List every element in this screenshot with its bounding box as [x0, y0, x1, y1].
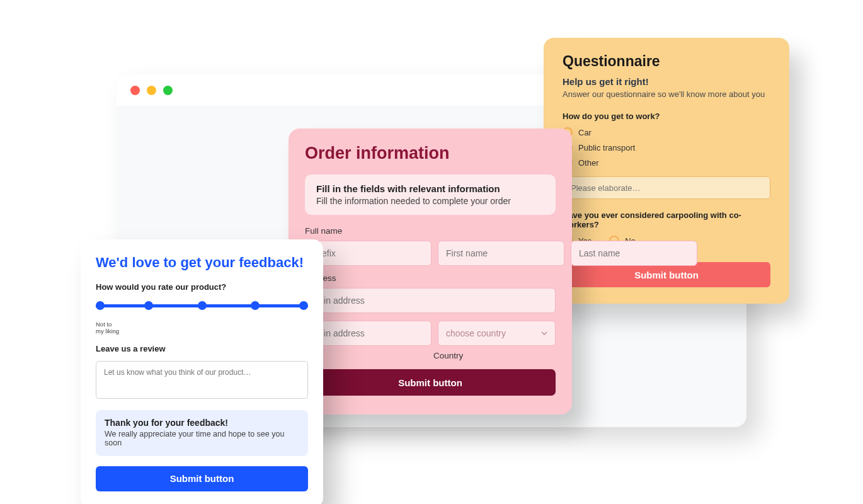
- slider-stop-icon: [144, 301, 153, 310]
- prefix-input[interactable]: [305, 241, 432, 266]
- order-card: Order information Fill in the fields wit…: [289, 129, 572, 415]
- address-label: Address: [305, 273, 556, 283]
- q2-label: Have you ever considered carpooling with…: [563, 210, 770, 229]
- q1-option-car-label: Car: [578, 128, 592, 137]
- lastname-input[interactable]: [571, 241, 697, 266]
- review-label: Leave us a review: [96, 344, 308, 353]
- questionnaire-title: Questionnaire: [563, 53, 770, 70]
- feedback-title: We'd love to get your feedback!: [96, 255, 308, 271]
- minimize-dot-icon[interactable]: [147, 86, 156, 95]
- slider-stop-icon: [299, 301, 308, 310]
- chevron-down-icon: [541, 330, 547, 336]
- q1-option-other-label: Other: [578, 158, 599, 168]
- review-textarea[interactable]: [96, 361, 308, 399]
- elaborate-input[interactable]: [563, 176, 770, 199]
- questionnaire-subtitle: Help us get it right!: [563, 76, 770, 87]
- fullname-label: Full name: [305, 226, 556, 236]
- thanks-title: Thank you for your feedback!: [105, 418, 299, 428]
- slider-min-label: Not to my liking: [96, 321, 308, 335]
- order-title: Order information: [305, 144, 556, 163]
- slider-stop-icon: [198, 301, 207, 310]
- feedback-submit-button[interactable]: Submit button: [96, 466, 308, 491]
- q1-option-public-label: Public transport: [578, 143, 635, 152]
- order-info-box: Fill in the fields with relevant informa…: [305, 175, 556, 215]
- rate-question: How would you rate our product?: [96, 282, 308, 292]
- questionnaire-submit-button[interactable]: Submit button: [563, 262, 770, 287]
- close-dot-icon[interactable]: [130, 86, 140, 95]
- order-box-sub: Fill the information needed to complete …: [316, 196, 544, 206]
- slider-stop-icon: [251, 301, 260, 310]
- city-input[interactable]: [305, 321, 432, 346]
- q1-option-car[interactable]: Car: [563, 127, 770, 137]
- city-sublabel: City: [305, 351, 427, 360]
- thanks-box: Thank you for your feedback! We really a…: [96, 410, 308, 456]
- questionnaire-description: Answer our questionnaire so we'll know m…: [563, 89, 770, 99]
- firstname-input[interactable]: [438, 241, 564, 266]
- q1-option-public[interactable]: Public transport: [563, 142, 770, 152]
- order-submit-button[interactable]: Submit button: [305, 369, 556, 396]
- order-box-title: Fill in the fields with relevant informa…: [316, 183, 544, 194]
- maximize-dot-icon[interactable]: [163, 86, 173, 95]
- rating-slider[interactable]: [96, 299, 308, 318]
- country-placeholder: choose country: [446, 328, 506, 338]
- slider-stop-icon: [96, 301, 105, 310]
- country-sublabel: Country: [433, 351, 556, 360]
- country-select[interactable]: choose country: [438, 321, 556, 346]
- address-input[interactable]: [305, 288, 556, 313]
- feedback-card: We'd love to get your feedback! How woul…: [81, 239, 323, 504]
- thanks-body: We really appreciate your time and hope …: [105, 430, 299, 447]
- q1-label: How do you get to work?: [563, 112, 770, 121]
- q1-option-other[interactable]: Other: [563, 158, 770, 168]
